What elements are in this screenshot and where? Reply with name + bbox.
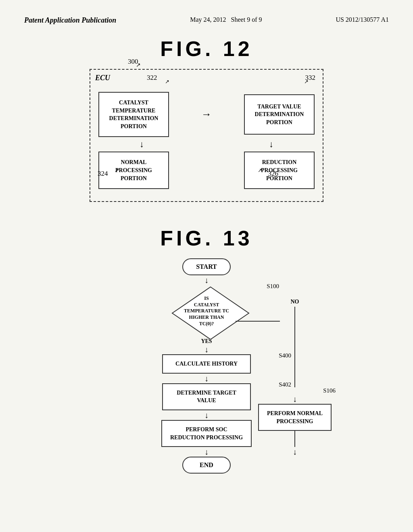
ref-300-arrow: ↗ (136, 62, 141, 69)
target-block: TARGET VALUE DETERMINATION PORTION (244, 94, 315, 135)
arrow-322: ↗ (165, 79, 169, 85)
ref-322: 322 (147, 74, 157, 82)
arrow-start-s100: ↓ (204, 276, 209, 284)
down-arrow-left: ↓ (106, 139, 177, 150)
page-header: Patent Application Publication May 24, 2… (24, 16, 389, 25)
arrow-324: ↗ (115, 167, 119, 174)
no-line-down (294, 307, 295, 387)
arrow-soc: ↓ (204, 448, 209, 456)
catalyst-block: CATALYST TEMPERATURE DETERMINATION PORTI… (98, 92, 169, 137)
fig13-section: FIG. 13 START ↓ S100 (24, 226, 389, 474)
no-label: NO (290, 299, 299, 305)
date-sheet: May 24, 2012 Sheet 9 of 9 (190, 16, 262, 23)
fig12-title: FIG. 12 (24, 37, 389, 61)
s106-label: S106 (323, 387, 336, 394)
arrow-determine: ↓ (204, 411, 209, 419)
ecu-label: ECU (95, 74, 110, 82)
arrow-calc: ↓ (204, 374, 209, 382)
fig13-title: FIG. 13 (24, 226, 389, 250)
reduction-block: REDUCTION PROCESSING PORTION (244, 152, 315, 189)
arrow-332: ↗ (304, 79, 309, 85)
normal-block: NORMAL PROCESSING PORTION (98, 152, 169, 189)
no-branch: NO S106 ↓ PERFORM NORMAL PROCESSING ↓ (258, 299, 332, 457)
no-line-back (294, 431, 295, 447)
perform-soc-block: PERFORM SOC REDUCTION PROCESSING (161, 420, 252, 447)
sheet-info: Sheet 9 of 9 (231, 16, 262, 23)
pub-date: May 24, 2012 (190, 16, 226, 23)
perform-normal-block: PERFORM NORMAL PROCESSING (258, 404, 332, 431)
end-oval: END (182, 457, 231, 474)
arrow-catalyst-target: → (201, 108, 212, 121)
arrow-326: ↗ (258, 167, 262, 174)
calc-history-block: CALCULATE HISTORY (162, 354, 251, 374)
diamond-text: ISCATALYSTTEMPERATURE TCHIGHER THANTC(0)… (184, 295, 229, 327)
arrow-normal-end: ↓ (293, 448, 297, 456)
arrow-yes: ↓ (204, 345, 209, 353)
determine-target-block: DETERMINE TARGET VALUE (162, 383, 251, 410)
arrow-no-down: ↓ (293, 395, 297, 403)
patent-number: US 2012/130577 A1 (336, 16, 389, 23)
start-oval: START (182, 258, 231, 275)
ref-324: 324 (98, 170, 108, 178)
fig12-section: FIG. 12 300 ↗ ECU 322 332 ↗ ↗ CATALYST T… (24, 37, 389, 202)
down-arrow-right: ↓ (236, 139, 307, 150)
diamond-catalyst: ISCATALYSTTEMPERATURE TCHIGHER THANTC(0)… (170, 285, 243, 337)
ecu-box: ECU 322 332 ↗ ↗ CATALYST TEMPERATURE DET… (90, 69, 323, 202)
publication-label: Patent Application Publication (24, 16, 116, 25)
ref-326: 326 (268, 170, 279, 178)
no-horizontal-line (236, 321, 280, 322)
s100-label: S100 (267, 283, 279, 290)
